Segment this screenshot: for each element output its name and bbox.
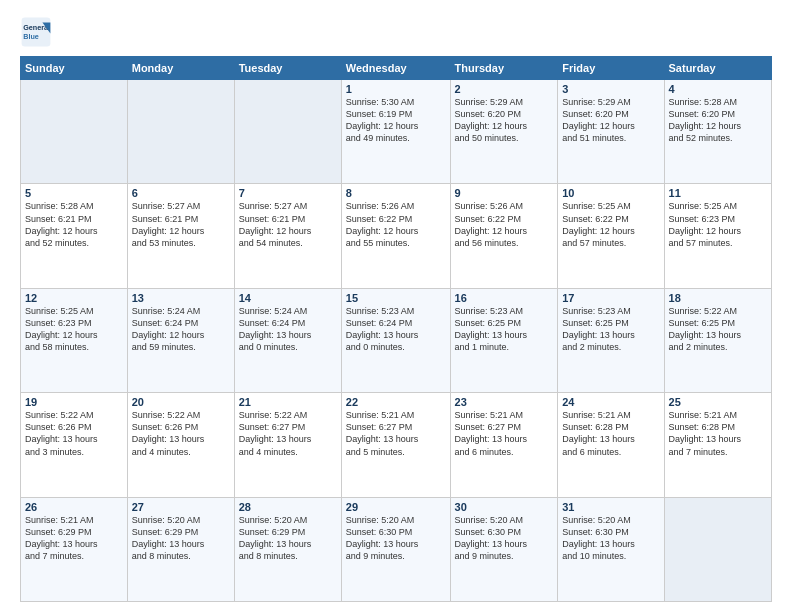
calendar-week-2: 5Sunrise: 5:28 AM Sunset: 6:21 PM Daylig… <box>21 184 772 288</box>
day-number: 19 <box>25 396 123 408</box>
weekday-header-thursday: Thursday <box>450 57 558 80</box>
day-number: 28 <box>239 501 337 513</box>
day-info: Sunrise: 5:29 AM Sunset: 6:20 PM Dayligh… <box>562 96 659 145</box>
calendar-cell: 29Sunrise: 5:20 AM Sunset: 6:30 PM Dayli… <box>341 497 450 601</box>
weekday-header-tuesday: Tuesday <box>234 57 341 80</box>
calendar-cell: 16Sunrise: 5:23 AM Sunset: 6:25 PM Dayli… <box>450 288 558 392</box>
day-info: Sunrise: 5:22 AM Sunset: 6:26 PM Dayligh… <box>132 409 230 458</box>
day-number: 6 <box>132 187 230 199</box>
calendar-cell <box>21 80 128 184</box>
calendar-cell: 28Sunrise: 5:20 AM Sunset: 6:29 PM Dayli… <box>234 497 341 601</box>
calendar-cell: 8Sunrise: 5:26 AM Sunset: 6:22 PM Daylig… <box>341 184 450 288</box>
calendar-week-4: 19Sunrise: 5:22 AM Sunset: 6:26 PM Dayli… <box>21 393 772 497</box>
page: General Blue SundayMondayTuesdayWednesda… <box>0 0 792 612</box>
day-info: Sunrise: 5:29 AM Sunset: 6:20 PM Dayligh… <box>455 96 554 145</box>
day-info: Sunrise: 5:28 AM Sunset: 6:21 PM Dayligh… <box>25 200 123 249</box>
day-number: 4 <box>669 83 767 95</box>
day-info: Sunrise: 5:22 AM Sunset: 6:25 PM Dayligh… <box>669 305 767 354</box>
calendar-cell <box>127 80 234 184</box>
calendar-week-5: 26Sunrise: 5:21 AM Sunset: 6:29 PM Dayli… <box>21 497 772 601</box>
calendar-cell: 11Sunrise: 5:25 AM Sunset: 6:23 PM Dayli… <box>664 184 771 288</box>
calendar-cell: 4Sunrise: 5:28 AM Sunset: 6:20 PM Daylig… <box>664 80 771 184</box>
weekday-header-sunday: Sunday <box>21 57 128 80</box>
weekday-header-row: SundayMondayTuesdayWednesdayThursdayFrid… <box>21 57 772 80</box>
day-info: Sunrise: 5:21 AM Sunset: 6:28 PM Dayligh… <box>562 409 659 458</box>
day-info: Sunrise: 5:25 AM Sunset: 6:23 PM Dayligh… <box>25 305 123 354</box>
day-info: Sunrise: 5:30 AM Sunset: 6:19 PM Dayligh… <box>346 96 446 145</box>
calendar-cell <box>664 497 771 601</box>
day-number: 26 <box>25 501 123 513</box>
calendar-cell: 26Sunrise: 5:21 AM Sunset: 6:29 PM Dayli… <box>21 497 128 601</box>
calendar-cell: 5Sunrise: 5:28 AM Sunset: 6:21 PM Daylig… <box>21 184 128 288</box>
day-number: 11 <box>669 187 767 199</box>
day-info: Sunrise: 5:26 AM Sunset: 6:22 PM Dayligh… <box>455 200 554 249</box>
calendar-cell: 24Sunrise: 5:21 AM Sunset: 6:28 PM Dayli… <box>558 393 664 497</box>
day-number: 8 <box>346 187 446 199</box>
calendar-cell: 13Sunrise: 5:24 AM Sunset: 6:24 PM Dayli… <box>127 288 234 392</box>
weekday-header-wednesday: Wednesday <box>341 57 450 80</box>
calendar-cell: 3Sunrise: 5:29 AM Sunset: 6:20 PM Daylig… <box>558 80 664 184</box>
day-number: 31 <box>562 501 659 513</box>
calendar-week-3: 12Sunrise: 5:25 AM Sunset: 6:23 PM Dayli… <box>21 288 772 392</box>
day-number: 10 <box>562 187 659 199</box>
day-info: Sunrise: 5:21 AM Sunset: 6:28 PM Dayligh… <box>669 409 767 458</box>
day-number: 13 <box>132 292 230 304</box>
day-number: 27 <box>132 501 230 513</box>
calendar-cell: 23Sunrise: 5:21 AM Sunset: 6:27 PM Dayli… <box>450 393 558 497</box>
day-info: Sunrise: 5:25 AM Sunset: 6:23 PM Dayligh… <box>669 200 767 249</box>
day-info: Sunrise: 5:27 AM Sunset: 6:21 PM Dayligh… <box>239 200 337 249</box>
calendar-cell: 20Sunrise: 5:22 AM Sunset: 6:26 PM Dayli… <box>127 393 234 497</box>
day-info: Sunrise: 5:28 AM Sunset: 6:20 PM Dayligh… <box>669 96 767 145</box>
calendar-cell: 1Sunrise: 5:30 AM Sunset: 6:19 PM Daylig… <box>341 80 450 184</box>
logo: General Blue <box>20 16 52 48</box>
calendar-cell: 6Sunrise: 5:27 AM Sunset: 6:21 PM Daylig… <box>127 184 234 288</box>
day-info: Sunrise: 5:23 AM Sunset: 6:25 PM Dayligh… <box>455 305 554 354</box>
day-number: 22 <box>346 396 446 408</box>
calendar-cell: 19Sunrise: 5:22 AM Sunset: 6:26 PM Dayli… <box>21 393 128 497</box>
day-number: 24 <box>562 396 659 408</box>
calendar-cell: 2Sunrise: 5:29 AM Sunset: 6:20 PM Daylig… <box>450 80 558 184</box>
calendar-cell: 30Sunrise: 5:20 AM Sunset: 6:30 PM Dayli… <box>450 497 558 601</box>
day-info: Sunrise: 5:24 AM Sunset: 6:24 PM Dayligh… <box>132 305 230 354</box>
day-number: 9 <box>455 187 554 199</box>
day-info: Sunrise: 5:26 AM Sunset: 6:22 PM Dayligh… <box>346 200 446 249</box>
day-number: 16 <box>455 292 554 304</box>
day-number: 2 <box>455 83 554 95</box>
day-number: 18 <box>669 292 767 304</box>
calendar-cell: 25Sunrise: 5:21 AM Sunset: 6:28 PM Dayli… <box>664 393 771 497</box>
day-info: Sunrise: 5:21 AM Sunset: 6:29 PM Dayligh… <box>25 514 123 563</box>
calendar-cell: 10Sunrise: 5:25 AM Sunset: 6:22 PM Dayli… <box>558 184 664 288</box>
calendar-cell: 7Sunrise: 5:27 AM Sunset: 6:21 PM Daylig… <box>234 184 341 288</box>
day-info: Sunrise: 5:20 AM Sunset: 6:30 PM Dayligh… <box>455 514 554 563</box>
day-number: 5 <box>25 187 123 199</box>
day-number: 7 <box>239 187 337 199</box>
calendar-cell: 9Sunrise: 5:26 AM Sunset: 6:22 PM Daylig… <box>450 184 558 288</box>
day-info: Sunrise: 5:22 AM Sunset: 6:26 PM Dayligh… <box>25 409 123 458</box>
day-info: Sunrise: 5:20 AM Sunset: 6:30 PM Dayligh… <box>346 514 446 563</box>
header: General Blue <box>20 16 772 48</box>
calendar: SundayMondayTuesdayWednesdayThursdayFrid… <box>20 56 772 602</box>
day-info: Sunrise: 5:25 AM Sunset: 6:22 PM Dayligh… <box>562 200 659 249</box>
calendar-cell <box>234 80 341 184</box>
calendar-cell: 15Sunrise: 5:23 AM Sunset: 6:24 PM Dayli… <box>341 288 450 392</box>
day-number: 21 <box>239 396 337 408</box>
calendar-table: SundayMondayTuesdayWednesdayThursdayFrid… <box>20 56 772 602</box>
weekday-header-saturday: Saturday <box>664 57 771 80</box>
calendar-cell: 17Sunrise: 5:23 AM Sunset: 6:25 PM Dayli… <box>558 288 664 392</box>
svg-text:Blue: Blue <box>23 32 39 41</box>
calendar-cell: 18Sunrise: 5:22 AM Sunset: 6:25 PM Dayli… <box>664 288 771 392</box>
weekday-header-monday: Monday <box>127 57 234 80</box>
day-info: Sunrise: 5:20 AM Sunset: 6:29 PM Dayligh… <box>239 514 337 563</box>
day-info: Sunrise: 5:21 AM Sunset: 6:27 PM Dayligh… <box>455 409 554 458</box>
day-number: 3 <box>562 83 659 95</box>
calendar-cell: 27Sunrise: 5:20 AM Sunset: 6:29 PM Dayli… <box>127 497 234 601</box>
day-number: 17 <box>562 292 659 304</box>
day-info: Sunrise: 5:23 AM Sunset: 6:25 PM Dayligh… <box>562 305 659 354</box>
day-info: Sunrise: 5:22 AM Sunset: 6:27 PM Dayligh… <box>239 409 337 458</box>
calendar-cell: 22Sunrise: 5:21 AM Sunset: 6:27 PM Dayli… <box>341 393 450 497</box>
day-number: 25 <box>669 396 767 408</box>
day-info: Sunrise: 5:20 AM Sunset: 6:30 PM Dayligh… <box>562 514 659 563</box>
calendar-cell: 31Sunrise: 5:20 AM Sunset: 6:30 PM Dayli… <box>558 497 664 601</box>
day-number: 29 <box>346 501 446 513</box>
day-number: 30 <box>455 501 554 513</box>
